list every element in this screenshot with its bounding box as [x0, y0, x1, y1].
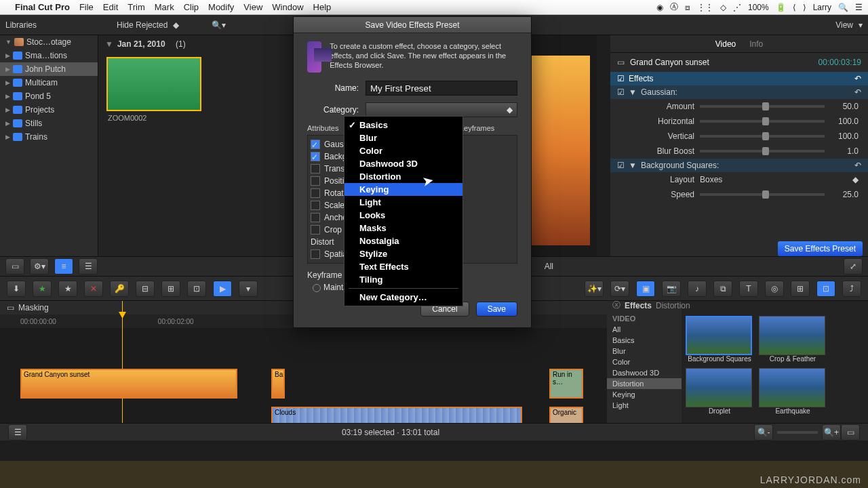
dropdown-opt[interactable]: Color — [344, 144, 462, 157]
import-icon[interactable]: ⬇ — [7, 281, 26, 297]
save-button[interactable]: Save — [476, 302, 517, 317]
timeline-clip[interactable]: Ba — [271, 369, 285, 399]
keyword-icon[interactable]: 🔑 — [110, 281, 129, 297]
clip-thumbnail[interactable] — [106, 57, 201, 111]
dropdown-opt[interactable]: Masks — [344, 222, 462, 235]
append-icon[interactable]: ⊡ — [187, 281, 206, 297]
effect-thumb[interactable]: Droplet — [686, 368, 753, 415]
status-icon[interactable]: ◉ — [656, 3, 663, 12]
tab-info[interactable]: Info — [749, 39, 763, 49]
battery-icon[interactable]: 🔋 — [776, 3, 786, 12]
dropdown-opt[interactable]: Blur — [344, 131, 462, 144]
dropdown-opt[interactable]: ✓Basics — [344, 119, 462, 131]
eff-cat-selected[interactable]: Distortion — [607, 378, 682, 389]
dropdown-opt[interactable]: Tiling — [344, 273, 462, 286]
eff-cat[interactable]: All — [607, 324, 682, 335]
eff-cat[interactable]: Light — [607, 400, 682, 411]
retime-icon[interactable]: ⟳▾ — [610, 281, 629, 297]
menu-file[interactable]: File — [79, 2, 94, 12]
zoom-out-icon[interactable]: 🔍- — [754, 424, 773, 441]
spotlight-icon[interactable]: 🔍 — [838, 3, 848, 12]
effects-section[interactable]: ☑Effects↶ — [610, 72, 868, 85]
generators-icon[interactable]: ◎ — [765, 281, 784, 297]
menu-clip[interactable]: Clip — [184, 2, 199, 12]
effect-thumb[interactable]: Crop & Feather — [759, 316, 827, 363]
eff-cat[interactable]: Keying — [607, 389, 682, 400]
viewer-canvas[interactable] — [522, 56, 590, 245]
enhance-icon[interactable]: ✨▾ — [585, 281, 604, 297]
dropdown-opt-hover[interactable]: Keying — [344, 183, 462, 196]
dropdown-new-category[interactable]: New Category… — [344, 291, 462, 304]
wifi-icon[interactable]: ⋮⋮ — [697, 3, 713, 12]
tool-menu[interactable]: ▾ — [239, 281, 258, 297]
library-item[interactable]: ▶Multicam — [0, 76, 98, 89]
menu-edit[interactable]: Edit — [103, 2, 118, 12]
wifi2-icon[interactable]: ◇ — [720, 3, 726, 12]
zoom-slider[interactable] — [777, 431, 818, 434]
menu-modify[interactable]: Modify — [208, 2, 234, 12]
category-select[interactable]: ◆ — [366, 102, 517, 117]
fav-icon[interactable]: ★ — [58, 281, 77, 297]
hide-rejected-popup[interactable]: Hide Rejected — [117, 20, 167, 30]
select-tool[interactable]: ▶ — [213, 281, 232, 297]
app-name[interactable]: Final Cut Pro — [15, 2, 70, 12]
eff-cat[interactable]: Blur — [607, 346, 682, 357]
preset-name-input[interactable] — [366, 81, 517, 96]
eff-cat[interactable]: Basics — [607, 335, 682, 346]
all-label[interactable]: All — [545, 262, 553, 271]
zoom-in-icon[interactable]: 🔍+ — [822, 424, 841, 441]
close-icon[interactable]: ⓧ — [612, 300, 620, 311]
music-icon[interactable]: ♪ — [688, 281, 707, 297]
titles-icon[interactable]: T — [739, 281, 758, 297]
notifications-icon[interactable]: ☰ — [855, 3, 863, 12]
expand-icon[interactable]: ⤢ — [844, 258, 863, 274]
photos-icon[interactable]: 📷 — [662, 281, 681, 297]
menu-window[interactable]: Window — [272, 2, 303, 12]
nav-back-icon[interactable]: ⟨ — [793, 3, 796, 12]
param-blurboost[interactable]: Blur Boost1.0 — [610, 144, 868, 159]
gear-icon[interactable]: ⚙▾ — [30, 258, 49, 274]
library-item[interactable]: ▶Sma…tions — [0, 49, 98, 62]
view-mode-1[interactable]: ≡ — [54, 258, 73, 274]
fav-green-icon[interactable]: ★ — [33, 281, 52, 297]
view-mode-2[interactable]: ☰ — [79, 258, 98, 274]
search-icon[interactable]: 🔍▾ — [212, 20, 226, 30]
reject-icon[interactable]: ✕ — [84, 281, 103, 297]
param-vertical[interactable]: Vertical100.0 — [610, 129, 868, 144]
dropdown-opt[interactable]: Text Effects — [344, 260, 462, 273]
battery-pct[interactable]: 100% — [748, 3, 769, 12]
tab-video[interactable]: Video — [715, 39, 736, 49]
param-amount[interactable]: Amount50.0 — [610, 99, 868, 114]
library-item[interactable]: ▶Trains — [0, 130, 98, 144]
library-root[interactable]: ▼Stoc…otage — [0, 35, 98, 49]
library-item[interactable]: ▶Projects — [0, 103, 98, 117]
save-effects-preset-button[interactable]: Save Effects Preset — [778, 241, 863, 256]
effects-tab-icon[interactable]: ▣ — [636, 281, 655, 297]
menu-view[interactable]: View — [243, 2, 262, 12]
dropdown-opt[interactable]: Looks — [344, 209, 462, 222]
timeline-index-icon[interactable]: ⊡ — [816, 281, 835, 297]
dropdown-opt[interactable]: Distortion — [344, 170, 462, 183]
gaussian-sub[interactable]: ☑▼Gaussian:↶ — [610, 85, 868, 99]
eff-cat[interactable]: Dashwood 3D — [607, 367, 682, 378]
menu-mark[interactable]: Mark — [155, 2, 174, 12]
insert-icon[interactable]: ⊞ — [161, 281, 180, 297]
effect-thumb[interactable]: Earthquake — [759, 368, 827, 415]
param-layout[interactable]: LayoutBoxes◆ — [610, 172, 868, 187]
clip-appearance-icon[interactable]: ▭ — [841, 424, 860, 441]
dropbox-icon[interactable]: ⧈ — [685, 3, 690, 12]
eff-cat[interactable]: Color — [607, 357, 682, 367]
share-icon[interactable]: ⤴ — [842, 281, 861, 297]
bgsquares-sub[interactable]: ☑▼Background Squares:↶ — [610, 159, 868, 172]
library-item-sel[interactable]: ▶John Putch — [0, 62, 98, 76]
menu-trim[interactable]: Trim — [127, 2, 145, 12]
timeline-clip[interactable]: Run in s… — [549, 369, 583, 399]
timeline-clip[interactable]: Grand Canyon sunset — [20, 369, 237, 399]
dropdown-opt[interactable]: Nostalgia — [344, 235, 462, 247]
view-popup[interactable]: View — [835, 20, 853, 30]
nav-fwd-icon[interactable]: ⟩ — [803, 3, 806, 12]
transitions-icon[interactable]: ⧉ — [713, 281, 732, 297]
library-item[interactable]: ▶Pond 5 — [0, 89, 98, 103]
user-name[interactable]: Larry — [813, 3, 831, 12]
param-horizontal[interactable]: Horizontal100.0 — [610, 114, 868, 129]
